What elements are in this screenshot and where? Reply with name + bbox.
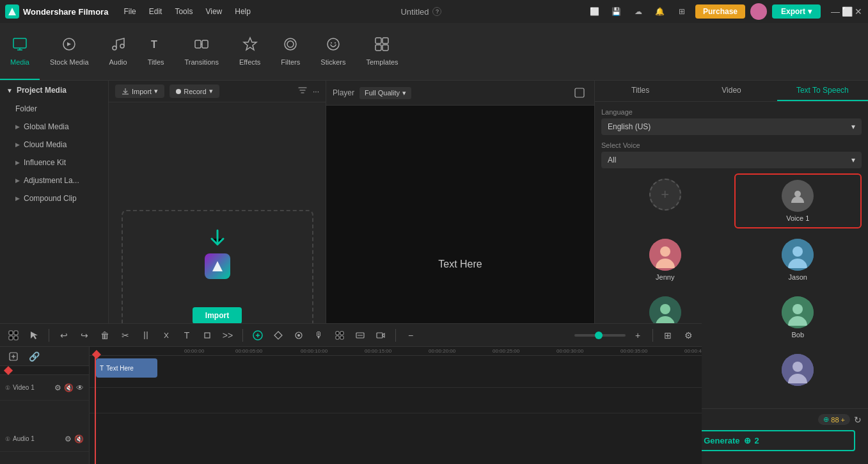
filter-icon[interactable] <box>297 85 308 97</box>
zoom-in-icon[interactable]: + <box>629 327 646 344</box>
minimize-button[interactable]: — <box>831 7 840 16</box>
delete-icon[interactable]: 🗑 <box>97 327 113 344</box>
video1-volume-icon[interactable]: 🔇 <box>64 383 74 392</box>
import-button[interactable]: Import ▾ <box>115 84 164 98</box>
quality-select[interactable]: Full Quality ▾ <box>359 87 411 99</box>
expand-arrow: ▶ <box>15 195 20 202</box>
menu-edit[interactable]: Edit <box>144 4 168 19</box>
refresh-icon[interactable]: ↻ <box>854 415 862 425</box>
record-button[interactable]: Record ▾ <box>170 84 219 98</box>
icon-cloud-upload[interactable]: ☁ <box>630 3 647 20</box>
language-dropdown[interactable]: English (US) ▾ <box>601 118 862 135</box>
voice-card-jason[interactable]: Jason <box>734 234 862 286</box>
filmora-logo-icon <box>211 260 224 273</box>
menu-view[interactable]: View <box>200 4 227 19</box>
tab-video[interactable]: Video <box>686 81 777 101</box>
title-info-icon[interactable]: ? <box>432 7 441 16</box>
stickers-icon <box>326 36 341 56</box>
link-icon[interactable]: 🔗 <box>26 348 42 365</box>
left-panel-global-media[interactable]: ▶ Global Media <box>0 118 108 136</box>
more-tools-icon[interactable]: >> <box>219 327 236 344</box>
toolbar-templates[interactable]: Templates <box>356 23 408 80</box>
add-voice-card[interactable]: + <box>601 173 729 228</box>
toolbar-stock-label: Stock Media <box>50 58 89 66</box>
tab-text-to-speech[interactable]: Text To Speech <box>777 81 868 101</box>
svg-point-28 <box>793 246 803 257</box>
svg-point-36 <box>793 362 803 372</box>
toolbar-stickers[interactable]: Stickers <box>310 23 356 80</box>
left-panel-cloud-media[interactable]: ▶ Cloud Media <box>0 136 108 154</box>
video1-settings-icon[interactable]: ⚙ <box>54 383 61 392</box>
tl-separator-2 <box>242 329 243 342</box>
audio-detach-icon[interactable] <box>158 327 175 344</box>
voice-card-voice1[interactable]: Voice 1 <box>734 173 862 228</box>
toolbar-stock-media[interactable]: Stock Media <box>40 23 99 80</box>
menu-file[interactable]: File <box>118 4 141 19</box>
bob-avatar <box>782 296 814 328</box>
select-voice-label: Select Voice <box>601 141 862 149</box>
voice-card-bob[interactable]: Bob <box>734 291 862 344</box>
text-clip[interactable]: T Text Here <box>96 358 157 378</box>
audio-track-content[interactable] <box>90 388 702 413</box>
undo-icon[interactable]: ↩ <box>56 327 72 344</box>
svg-rect-40 <box>14 336 18 340</box>
crop-icon[interactable] <box>199 327 216 344</box>
audio-record-icon[interactable]: 🎙 <box>311 327 327 344</box>
zoom-slider[interactable] <box>574 334 626 337</box>
toolbar-filters[interactable]: Filters <box>271 23 310 80</box>
toolbar-audio[interactable]: Audio <box>99 23 138 80</box>
icon-monitor[interactable]: ⬜ <box>587 3 603 20</box>
toolbar-media[interactable]: Media <box>0 23 40 80</box>
settings-icon[interactable]: ⚙ <box>680 327 697 344</box>
preview-settings-icon[interactable] <box>571 84 588 101</box>
multicam-icon[interactable] <box>372 327 389 344</box>
purchase-button[interactable]: Purchase <box>695 4 745 19</box>
clip-color-icon[interactable] <box>290 327 307 344</box>
audio1-mute-icon[interactable]: 🔇 <box>74 435 84 444</box>
group-icon[interactable] <box>331 327 348 344</box>
select-tool-icon[interactable] <box>26 327 42 344</box>
toolbar-transitions[interactable]: Transitions <box>175 23 229 80</box>
project-media-header[interactable]: ▼ Project Media <box>0 81 108 100</box>
subtitle-icon[interactable] <box>352 327 368 344</box>
close-button[interactable]: ✕ <box>854 7 863 16</box>
video1-eye-icon[interactable]: 👁 <box>76 383 84 392</box>
video-track-content[interactable]: T Text Here <box>90 356 702 388</box>
menu-help[interactable]: Help <box>230 4 256 19</box>
left-panel-compound-clip[interactable]: ▶ Compound Clip <box>0 189 108 207</box>
coin-count-plus: + <box>841 416 845 424</box>
left-panel-folder[interactable]: Folder <box>0 100 108 118</box>
scene-cut-icon[interactable] <box>5 327 22 344</box>
audio1-settings-icon[interactable]: ⚙ <box>65 435 72 444</box>
icon-grid[interactable]: ⊞ <box>674 3 690 20</box>
voice-filter-dropdown[interactable]: All ▾ <box>601 152 862 168</box>
user-avatar[interactable] <box>750 3 767 20</box>
text-icon[interactable]: T <box>178 327 195 344</box>
toolbar-titles[interactable]: T Titles <box>138 23 175 80</box>
zoom-out-icon[interactable]: − <box>402 327 419 344</box>
ripple-trim-icon[interactable] <box>138 327 154 344</box>
generate-icon: ⊕ <box>744 436 751 445</box>
tab-titles[interactable]: Titles <box>595 81 686 101</box>
left-panel-influence-kit[interactable]: ▶ Influence Kit <box>0 154 108 172</box>
maximize-button[interactable]: ⬜ <box>842 7 851 16</box>
speed-ramp-icon[interactable] <box>249 327 266 344</box>
jason-label: Jason <box>789 273 807 281</box>
filters-icon <box>283 36 298 56</box>
layout-icon[interactable]: ⊞ <box>659 327 676 344</box>
keyframe-icon[interactable] <box>270 327 287 344</box>
icon-save[interactable]: 💾 <box>608 3 625 20</box>
import-green-button[interactable]: Import <box>193 307 242 324</box>
cut-icon[interactable]: ✂ <box>117 327 134 344</box>
add-track-icon[interactable] <box>5 348 22 365</box>
export-button[interactable]: Export ▾ <box>772 4 821 19</box>
icon-bell[interactable]: 🔔 <box>652 3 668 20</box>
svg-rect-48 <box>340 332 343 335</box>
voice-card-extra2[interactable] <box>734 349 862 391</box>
redo-icon[interactable]: ↪ <box>76 327 93 344</box>
left-panel-adjustment-layer[interactable]: ▶ Adjustment La... <box>0 172 108 189</box>
voice-card-jenny[interactable]: Jenny <box>601 234 729 286</box>
more-options-icon[interactable]: ··· <box>313 87 319 96</box>
menu-tools[interactable]: Tools <box>170 4 198 19</box>
toolbar-effects[interactable]: Effects <box>229 23 271 80</box>
